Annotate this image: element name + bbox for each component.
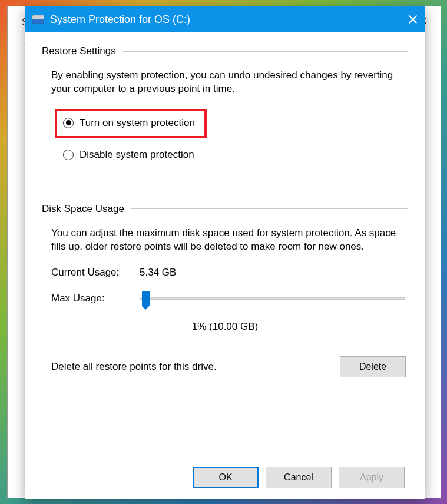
slider-thumb[interactable]	[142, 291, 150, 306]
spacer	[42, 161, 408, 203]
close-icon	[409, 15, 417, 24]
dialog-title: System Protection for OS (C:)	[50, 14, 401, 26]
dialog-content: Restore Settings By enabling system prot…	[25, 32, 425, 499]
apply-button[interactable]: Apply	[339, 467, 405, 488]
footer-divider	[44, 456, 406, 456]
radio-selected-dot	[66, 120, 71, 125]
drive-icon	[32, 15, 44, 24]
system-protection-dialog: System Protection for OS (C:) Restore Se…	[25, 6, 425, 499]
divider	[123, 51, 408, 52]
delete-description: Delete all restore points for this drive…	[51, 361, 217, 373]
restore-settings-header: Restore Settings	[42, 45, 408, 57]
ok-button[interactable]: OK	[193, 467, 259, 488]
radio-disable[interactable]: Disable system protection	[63, 149, 408, 161]
slider-value-display: 1% (10.00 GB)	[42, 321, 408, 333]
current-usage-label: Current Usage:	[51, 267, 140, 278]
disk-description: You can adjust the maximum disk space us…	[51, 227, 406, 254]
radio-disable-label: Disable system protection	[80, 149, 194, 161]
slider-thumb-tip	[142, 306, 149, 310]
restore-settings-title: Restore Settings	[42, 45, 116, 57]
dialog-footer: OK Cancel Apply	[42, 467, 408, 488]
divider	[131, 208, 408, 209]
max-usage-row: Max Usage:	[51, 293, 408, 304]
max-usage-label: Max Usage:	[51, 293, 140, 304]
disk-space-title: Disk Space Usage	[42, 203, 124, 215]
highlight-box: Turn on system protection	[55, 109, 207, 138]
current-usage-row: Current Usage: 5.34 GB	[51, 267, 408, 278]
titlebar[interactable]: System Protection for OS (C:)	[25, 6, 425, 32]
radio-icon	[63, 150, 74, 160]
disk-space-header: Disk Space Usage	[42, 203, 408, 215]
cancel-button[interactable]: Cancel	[266, 467, 332, 488]
delete-button[interactable]: Delete	[340, 356, 406, 377]
flex-spacer	[42, 377, 408, 440]
max-usage-slider[interactable]	[140, 297, 405, 300]
current-usage-value: 5.34 GB	[140, 267, 176, 278]
close-button[interactable]	[401, 6, 425, 32]
radio-turn-on[interactable]: Turn on system protection	[63, 117, 195, 129]
delete-row: Delete all restore points for this drive…	[51, 356, 406, 377]
radio-icon	[63, 118, 74, 128]
radio-turn-on-label: Turn on system protection	[80, 117, 195, 129]
restore-description: By enabling system protection, you can u…	[51, 69, 406, 96]
